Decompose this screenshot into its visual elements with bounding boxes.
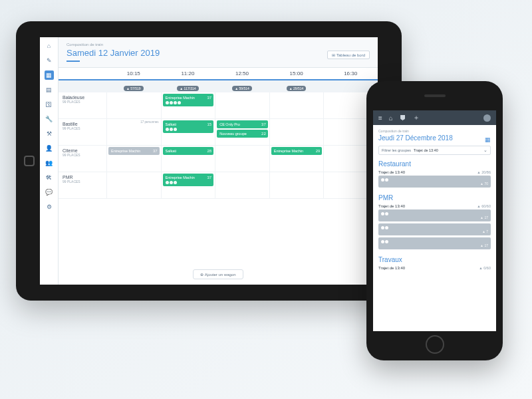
sidebar-icon-home[interactable]: ⌂ (45, 41, 54, 51)
sidebar-icon-gear[interactable]: ⚙ (45, 202, 54, 211)
grid-cell[interactable]: 37 baladeusesEntreprise Machin37 (161, 92, 215, 118)
count-cell: ▲ 29/514 (269, 80, 324, 92)
time-column: 11:20 (161, 68, 215, 79)
sidebar-icon-key[interactable]: ⚿ (45, 100, 54, 109)
phone-calendar-icon[interactable]: ▦ (485, 136, 491, 143)
dashboard-button[interactable]: ⊞ Tableau de bord (327, 51, 370, 59)
sidebar-icon-edit[interactable]: ✎ (45, 56, 54, 65)
phone-screen: ≡ ⌂ ⛊ ＋ Composition de train Jeudi 27 Dé… (373, 110, 496, 331)
phone-device: ≡ ⌂ ⛊ ＋ Composition de train Jeudi 27 Dé… (366, 81, 503, 360)
phone-booking-card[interactable]: ▲ 70 (378, 176, 491, 188)
section-title: PMR (378, 194, 491, 201)
nav-home-icon[interactable]: ⌂ (389, 114, 393, 122)
tablet-home-button[interactable] (24, 156, 35, 166)
section-title: Travaux (378, 256, 491, 263)
booking-card[interactable]: Salkati15 (163, 120, 214, 133)
sidebar-icon-doc[interactable]: ▤ (45, 85, 54, 94)
phone-date-title: Jeudi 27 Décembre 2018 (378, 134, 453, 142)
phone-content: Composition de train Jeudi 27 Décembre 2… (373, 125, 496, 331)
count-cell: ▲ 57/519 (106, 80, 161, 92)
booking-card[interactable]: Entreprise Machin37 (163, 94, 214, 106)
tablet-screen: ⌂ ✎ ▦ ▤ ⚿ 🔧 ⚒ 👤 👥 🛠 💬 ⚙ Composition de t… (40, 37, 378, 285)
phone-section: PMRTrajet de 13:40▲ 60/60▲ 17▲ 7▲ 17 (378, 194, 491, 249)
sidebar-icon-users[interactable]: 👥 (45, 158, 54, 168)
phone-booking-card[interactable]: ▲ 17 (378, 209, 491, 221)
grid-cell[interactable]: Entreprise Machin29 (269, 146, 324, 172)
sidebar-icon-user[interactable]: 👤 (45, 144, 54, 153)
phone-section: TravauxTrajet de 13:40▲ 0/60 (378, 256, 491, 270)
nav-shield-icon[interactable]: ⛊ (400, 114, 406, 122)
sidebar-icon-wrench[interactable]: 🔧 (45, 114, 54, 124)
trajet-header: Trajet de 13:40▲ 60/60 (378, 204, 491, 208)
grid-cell[interactable] (106, 172, 161, 198)
header: Composition de train Samedi 12 Janvier 2… (59, 37, 378, 68)
time-column: 10:15 (106, 68, 161, 79)
row-label: Baladeuse99 PLACES (59, 92, 106, 118)
filter-label: Filtrer les groupes (382, 148, 411, 152)
row-label: PMR99 PLACES (59, 172, 106, 198)
phone-speaker (424, 94, 446, 97)
grid-cell[interactable]: CE Only Pro37Nouveau groupe22 (215, 119, 269, 145)
trajet-header: Trajet de 13:40▲ 0/60 (378, 266, 491, 270)
grid-cell[interactable]: Salkati15 (161, 119, 215, 145)
booking-card[interactable]: Entreprise Machin37 (108, 147, 160, 155)
phone-booking-card[interactable]: ▲ 17 (378, 237, 491, 249)
grid-cell[interactable]: 37 minutesEntreprise Machin37 (106, 146, 161, 172)
sidebar-icon-build[interactable]: 🛠 (45, 173, 54, 182)
grid-cell[interactable] (215, 92, 269, 118)
sidebar-icon-tool[interactable]: ⚒ (45, 129, 54, 138)
booking-card[interactable]: CE Only Pro37 (217, 120, 268, 128)
main-panel: Composition de train Samedi 12 Janvier 2… (59, 37, 378, 285)
grid-cell[interactable]: Salkati28 (161, 146, 215, 172)
time-column: 15:00 (269, 68, 324, 79)
nav-plus-icon[interactable]: ＋ (413, 113, 420, 122)
grid-cell[interactable] (269, 172, 324, 198)
time-column: 16:30 (323, 68, 378, 79)
row-label: Citerne99 PLACES (59, 146, 106, 172)
grid-cell[interactable] (269, 92, 324, 118)
time-column: 12:50 (215, 68, 269, 79)
nav-avatar[interactable] (483, 114, 491, 122)
nav-menu-icon[interactable]: ≡ (378, 114, 382, 122)
grid-cell[interactable] (269, 119, 324, 145)
phone-home-button[interactable] (426, 335, 444, 354)
timeline-header: 10:1511:2012:5015:0016:30 (59, 68, 378, 80)
table-row: PMR99 PLACESEntreprise Machin37 (59, 172, 378, 199)
grid-cell[interactable] (106, 92, 161, 118)
grid-cell[interactable]: Entreprise Machin37 (161, 172, 215, 198)
sidebar: ⌂ ✎ ▦ ▤ ⚿ 🔧 ⚒ 👤 👥 🛠 💬 ⚙ (40, 37, 59, 285)
phone-booking-card[interactable]: ▲ 7 (378, 223, 491, 235)
booking-card[interactable]: Nouveau groupe22 (217, 130, 268, 138)
grid-cell[interactable] (215, 172, 269, 198)
filter-value: Trajet de 13:40 (414, 148, 481, 152)
count-row: ▲ 57/519▲ 117/314▲ 59/514▲ 29/514 (59, 80, 378, 92)
booking-card[interactable]: Salkati28 (163, 147, 214, 155)
date-title: Samedi 12 Janvier 2019 (66, 48, 160, 58)
phone-nav: ≡ ⌂ ⛊ ＋ (373, 110, 496, 125)
count-cell: ▲ 117/314 (161, 80, 215, 92)
sidebar-icon-chat[interactable]: 💬 (45, 188, 54, 197)
breadcrumb: Composition de train (66, 43, 370, 47)
filter-dropdown[interactable]: Filtrer les groupes Trajet de 13:40 ⌄ (378, 146, 491, 155)
table-row: Citerne99 PLACES37 minutesEntreprise Mac… (59, 146, 378, 172)
table-row: Baladeuse99 PLACES37 baladeusesEntrepris… (59, 92, 378, 119)
row-label: Bastille99 PLACES (59, 119, 106, 145)
tablet-device: ⌂ ✎ ▦ ▤ ⚿ 🔧 ⚒ 👤 👥 🛠 💬 ⚙ Composition de t… (16, 21, 402, 301)
trajet-header: Trajet de 13:40▲ 20/86 (378, 170, 491, 174)
add-wagon-row: ⊕ Ajouter un wagon (59, 261, 378, 285)
booking-card[interactable]: Entreprise Machin37 (163, 174, 214, 186)
sidebar-icon-calendar[interactable]: ▦ (45, 70, 54, 80)
grid-cell[interactable]: 17 personnes (106, 119, 161, 145)
table-row: Bastille99 PLACES17 personnesSalkati15CE… (59, 119, 378, 146)
chevron-down-icon: ⌄ (483, 148, 487, 153)
grid-cell[interactable] (215, 146, 269, 172)
count-cell: ▲ 59/514 (215, 80, 269, 92)
grid-body: Baladeuse99 PLACES37 baladeusesEntrepris… (59, 92, 378, 261)
phone-section: RestaurantTrajet de 13:40▲ 20/86▲ 70 (378, 160, 491, 188)
add-wagon-button[interactable]: ⊕ Ajouter un wagon (193, 269, 243, 279)
booking-card[interactable]: Entreprise Machin29 (271, 147, 323, 155)
title-accent (66, 61, 80, 62)
section-title: Restaurant (378, 160, 491, 168)
